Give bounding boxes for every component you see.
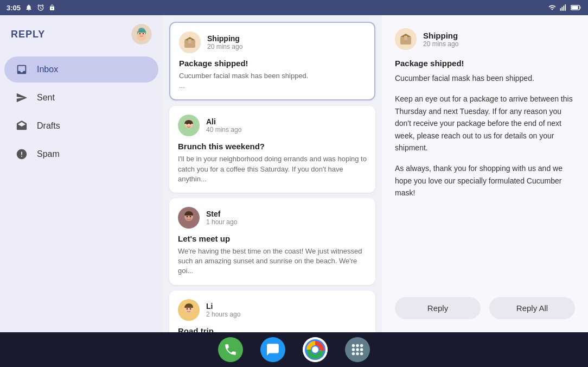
svg-rect-2: [563, 6, 564, 11]
sidebar-header: REPLY: [0, 24, 163, 55]
svg-point-43: [360, 348, 363, 351]
sent-label: Sent: [37, 93, 55, 103]
alarm-icon: [37, 4, 44, 11]
email-detail: Shipping 20 mins ago Package shipped! Cu…: [382, 15, 588, 332]
sender-name: Ali: [206, 117, 241, 126]
svg-point-20: [190, 123, 191, 125]
email-card-stef[interactable]: Stef 1 hour ago Let's meet up We're havi…: [169, 198, 375, 285]
bottom-dock: [0, 332, 588, 367]
detail-body: Cucumber facial mask has been shipped. K…: [395, 72, 575, 286]
svg-point-37: [312, 346, 318, 353]
app-body: REPLY: [0, 15, 588, 332]
svg-rect-5: [580, 7, 581, 9]
sender-row: Ali 40 mins ago: [178, 115, 367, 136]
sender-time: 1 hour ago: [206, 218, 237, 226]
svg-point-38: [352, 344, 355, 347]
detail-sender-time: 20 mins ago: [423, 40, 458, 48]
sender-row: Li 2 hours ago: [178, 299, 367, 321]
email-card-ali[interactable]: Ali 40 mins ago Brunch this weekend? I'l…: [169, 106, 375, 193]
sender-name: Shipping: [207, 34, 242, 43]
status-bar-left: 3:05: [7, 4, 55, 12]
sender-info: Shipping 20 mins ago: [207, 34, 242, 50]
email-preview: We're having the best time on the coast!…: [178, 246, 367, 276]
svg-point-27: [187, 308, 188, 309]
inbox-label: Inbox: [37, 65, 58, 74]
svg-rect-1: [562, 7, 563, 11]
svg-point-39: [356, 344, 359, 347]
avatar-stef: [178, 207, 200, 229]
sender-name: Stef: [206, 210, 237, 218]
email-subject: Brunch this weekend?: [178, 142, 367, 151]
sender-row: Shipping 20 mins ago: [179, 31, 366, 53]
svg-rect-3: [565, 4, 566, 11]
email-subject: Package shipped!: [179, 59, 366, 68]
email-preview-extra: ...: [179, 81, 366, 91]
drafts-label: Drafts: [37, 121, 60, 131]
email-list: Shipping 20 mins ago Package shipped! Cu…: [163, 15, 382, 332]
email-preview: I'll be in your neighborhood doing erran…: [178, 154, 367, 184]
svg-point-11: [143, 33, 144, 34]
app-title: REPLY: [11, 29, 45, 40]
battery-icon: [571, 4, 581, 11]
email-card-li[interactable]: Li 2 hours ago Road trip Thought we migh…: [169, 290, 375, 333]
avatar-li: [178, 299, 200, 321]
dock-phone[interactable]: [218, 337, 243, 362]
svg-point-40: [360, 344, 363, 347]
sidebar-item-sent[interactable]: Sent: [4, 85, 158, 111]
svg-point-28: [190, 308, 191, 309]
svg-rect-0: [560, 8, 561, 11]
status-time: 3:05: [7, 4, 21, 12]
email-card-shipping[interactable]: Shipping 20 mins ago Package shipped! Cu…: [169, 22, 375, 100]
svg-point-23: [187, 216, 188, 218]
sidebar: REPLY: [0, 15, 163, 332]
svg-point-10: [139, 33, 140, 34]
sender-row: Stef 1 hour ago: [178, 207, 367, 229]
reply-all-button[interactable]: Reply All: [489, 297, 575, 319]
svg-point-42: [356, 348, 359, 351]
detail-sender-row: Shipping 20 mins ago: [395, 28, 575, 50]
detail-body-1: Cucumber facial mask has been shipped.: [395, 72, 575, 84]
detail-body-2: Keep an eye out for a package to arrive …: [395, 93, 575, 154]
user-avatar[interactable]: [131, 24, 152, 45]
email-subject: Let's meet up: [178, 234, 367, 243]
svg-point-41: [352, 348, 355, 351]
lock-icon: [49, 4, 55, 11]
send-icon: [15, 91, 28, 104]
svg-point-19: [187, 123, 188, 125]
svg-point-44: [352, 352, 355, 355]
detail-sender-info: Shipping 20 mins ago: [423, 31, 458, 48]
detail-body-3: As always, thank you for shopping with u…: [395, 162, 575, 199]
sidebar-item-spam[interactable]: Spam: [4, 141, 158, 167]
sender-info: Stef 1 hour ago: [206, 210, 237, 226]
sidebar-item-inbox[interactable]: Inbox: [4, 56, 158, 83]
spam-icon: [15, 148, 28, 161]
svg-point-24: [190, 216, 191, 218]
avatar-ali: [178, 115, 200, 136]
svg-rect-16: [189, 39, 191, 40]
notification-icon: [25, 4, 33, 11]
status-bar-right: [548, 4, 581, 11]
sender-info: Ali 40 mins ago: [206, 117, 241, 134]
sender-time: 40 mins ago: [206, 126, 241, 134]
svg-point-45: [356, 352, 359, 355]
sender-name: Li: [206, 302, 240, 311]
sender-time: 20 mins ago: [207, 43, 242, 50]
drafts-icon: [15, 119, 28, 132]
svg-rect-6: [571, 6, 578, 9]
email-subject: Road trip: [178, 326, 367, 333]
dock-chrome[interactable]: [303, 337, 328, 362]
avatar-shipping: [179, 31, 201, 53]
detail-sender-name: Shipping: [423, 31, 458, 40]
signal-icon: [560, 4, 567, 11]
spam-label: Spam: [37, 149, 60, 159]
reply-button[interactable]: Reply: [395, 297, 481, 319]
dock-messages[interactable]: [260, 337, 285, 362]
inbox-icon: [15, 63, 28, 76]
svg-rect-33: [405, 36, 407, 37]
detail-subject: Package shipped!: [395, 59, 575, 68]
dock-apps[interactable]: [345, 337, 370, 362]
detail-avatar: [395, 28, 417, 50]
svg-point-46: [360, 352, 363, 355]
status-bar: 3:05: [0, 0, 588, 15]
sidebar-item-drafts[interactable]: Drafts: [4, 113, 158, 139]
